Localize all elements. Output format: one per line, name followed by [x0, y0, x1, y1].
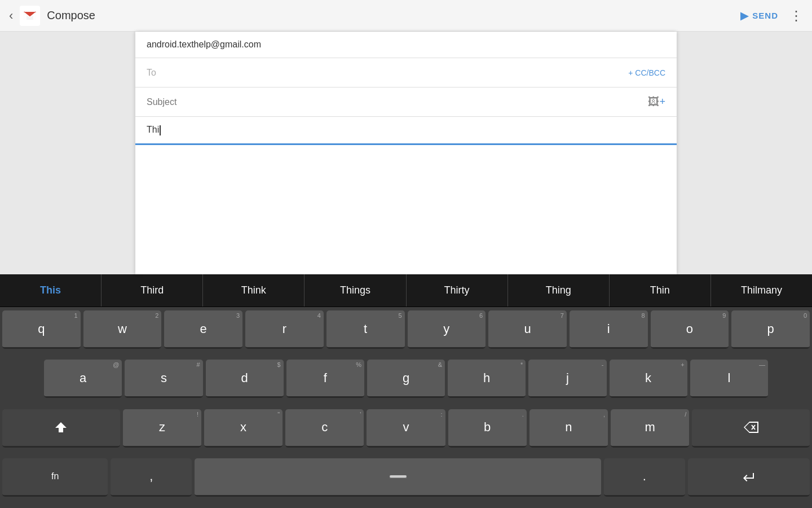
suggestion-thin[interactable]: Thin [610, 274, 711, 306]
key-d[interactable]: $d [206, 360, 284, 398]
more-options-button[interactable]: ⋮ [789, 8, 803, 24]
text-cursor [160, 125, 161, 135]
suggestion-thing[interactable]: Thing [508, 274, 610, 306]
key-l[interactable]: —l [690, 360, 768, 398]
key-o[interactable]: 9o [651, 310, 729, 349]
shift-key[interactable] [2, 409, 120, 448]
from-row: android.texthelp@gmail.com [135, 32, 677, 58]
subject-input[interactable] [147, 97, 643, 107]
backspace-key[interactable] [692, 409, 810, 448]
period-key[interactable]: . [604, 458, 685, 497]
key-e[interactable]: 3e [164, 310, 242, 349]
key-j[interactable]: -j [528, 360, 606, 398]
send-icon: ▶ [740, 10, 749, 22]
spacer-left [2, 360, 41, 406]
send-label: SEND [752, 11, 778, 20]
key-h[interactable]: *h [448, 360, 526, 398]
svg-rect-3 [390, 478, 407, 478]
key-p[interactable]: 0p [731, 310, 810, 349]
top-bar: ‹ Compose ▶ SEND ⋮ [0, 0, 812, 32]
suggestion-this[interactable]: This [0, 274, 102, 306]
body-text: Thi [147, 125, 159, 134]
keyboard-row-1: 1q2w3e4r5t6y7u8i9o0p [2, 310, 810, 357]
key-r[interactable]: 4r [245, 310, 324, 349]
key-s[interactable]: #s [125, 360, 202, 398]
key-n[interactable]: ,n [529, 409, 608, 448]
keyboard-row-2: @a#s$d%f&g*h-j+k—l [2, 360, 810, 406]
key-y[interactable]: 6y [408, 310, 486, 349]
attach-add-icon[interactable]: + [659, 96, 665, 108]
keyboard: 1q2w3e4r5t6y7u8i9o0p @a#s$d%f&g*h-j+k—l … [0, 307, 812, 508]
subject-row: 🖼 + [135, 87, 677, 117]
key-w[interactable]: 2w [83, 310, 162, 349]
to-placeholder: To [147, 68, 628, 78]
key-u[interactable]: 7u [488, 310, 567, 349]
key-f[interactable]: %f [286, 360, 364, 398]
key-z[interactable]: !z [123, 409, 201, 448]
key-q[interactable]: 1q [2, 310, 81, 349]
attach-icon[interactable]: 🖼 [648, 95, 659, 108]
gmail-logo [20, 6, 40, 26]
keyboard-row-4: fn,. [2, 458, 810, 505]
suggestion-third[interactable]: Third [102, 274, 203, 306]
suggestion-think[interactable]: Think [203, 274, 304, 306]
suggestion-things[interactable]: Things [304, 274, 406, 306]
key-v[interactable]: :v [367, 409, 445, 448]
key-k[interactable]: +k [610, 360, 687, 398]
suggestion-thilmany[interactable]: Thilmany [711, 274, 812, 306]
send-button[interactable]: ▶ SEND [740, 10, 778, 22]
svg-rect-2 [390, 475, 407, 478]
key-t[interactable]: 5t [326, 310, 405, 349]
cc-bcc-button[interactable]: + CC/BCC [628, 68, 665, 77]
fn-key[interactable]: fn [2, 458, 108, 497]
comma-key[interactable]: , [111, 458, 192, 497]
suggestions-bar: ThisThirdThinkThingsThirtyThingThinThilm… [0, 274, 812, 307]
svg-rect-1 [59, 431, 63, 432]
key-a[interactable]: @a [44, 360, 122, 398]
keyboard-row-3: !z"x'c:v.b,n/m [2, 409, 810, 456]
body-row: Thi [135, 117, 677, 145]
to-row: To + CC/BCC [135, 58, 677, 87]
suggestion-thirty[interactable]: Thirty [407, 274, 508, 306]
back-button[interactable]: ‹ [9, 8, 13, 23]
key-c[interactable]: 'c [285, 409, 364, 448]
compose-body: android.texthelp@gmail.com To + CC/BCC 🖼… [135, 32, 677, 274]
from-email: android.texthelp@gmail.com [147, 40, 261, 49]
enter-key[interactable] [688, 458, 810, 497]
key-x[interactable]: "x [204, 409, 283, 448]
page-title: Compose [47, 9, 740, 22]
key-g[interactable]: &g [367, 360, 445, 398]
key-b[interactable]: .b [448, 409, 527, 448]
space-key[interactable] [195, 458, 601, 497]
key-i[interactable]: 8i [570, 310, 648, 349]
key-m[interactable]: /m [611, 409, 689, 448]
compose-area: android.texthelp@gmail.com To + CC/BCC 🖼… [0, 32, 812, 274]
